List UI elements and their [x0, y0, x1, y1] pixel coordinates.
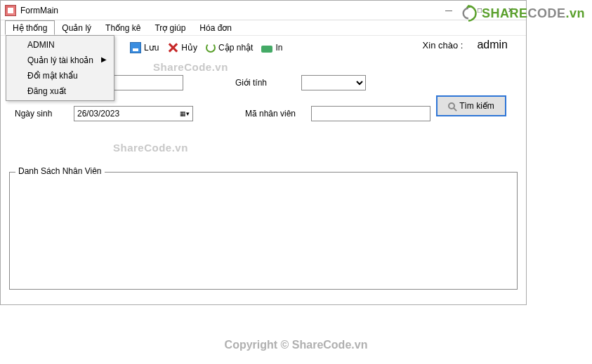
menu-thongke[interactable]: Thống kê	[98, 20, 147, 35]
app-icon	[5, 5, 16, 16]
cancel-label: Hủy	[181, 43, 197, 53]
menu-hethong[interactable]: Hệ thống	[5, 20, 55, 35]
print-label: In	[275, 43, 282, 53]
save-label: Lưu	[144, 43, 159, 53]
empid-label: Mã nhân viên	[245, 109, 301, 119]
groupbox-title: Danh Sách Nhân Viên	[15, 166, 105, 176]
dropdown-label: Quản lý tài khoản	[27, 55, 93, 65]
greeting-label: Xin chào :	[423, 40, 463, 50]
save-icon	[130, 42, 141, 53]
logo-text: SHARECODE.vn	[482, 6, 585, 21]
greeting: Xin chào : admin	[423, 39, 508, 51]
menu-quanly[interactable]: Quản lý	[55, 20, 98, 35]
dropdown-label: Đăng xuất	[27, 86, 66, 96]
cancel-icon	[167, 42, 178, 53]
save-button[interactable]: Lưu	[127, 41, 162, 55]
dob-value: 26/03/2023	[77, 109, 119, 119]
menu-hoadon[interactable]: Hóa đơn	[192, 20, 239, 35]
search-label: Tìm kiếm	[459, 101, 494, 111]
window-title: FormMain	[20, 6, 58, 15]
gender-label: Giới tính	[235, 78, 291, 88]
empid-input[interactable]	[311, 106, 430, 121]
cancel-button[interactable]: Hủy	[164, 41, 200, 55]
titlebar: FormMain ― □ ✕	[1, 1, 526, 20]
search-button[interactable]: Tìm kiếm	[436, 95, 506, 116]
update-label: Cập nhật	[218, 43, 253, 53]
logo-swirl-icon	[459, 4, 478, 22]
dob-label: Ngày sinh	[15, 109, 64, 119]
chevron-right-icon: ▶	[101, 55, 107, 63]
refresh-icon	[206, 43, 216, 53]
dropdown-hethong: ADMIN Quản lý tài khoản▶ Đổi mật khẩu Đă…	[6, 35, 114, 101]
dropdown-label: Đổi mật khẩu	[27, 71, 78, 81]
employee-list-groupbox: Danh Sách Nhân Viên	[9, 172, 518, 290]
search-icon	[448, 102, 455, 109]
dob-datepicker[interactable]: 26/03/2023 ▦▾	[74, 106, 193, 121]
calendar-dropdown-icon[interactable]: ▦▾	[180, 110, 190, 117]
update-button[interactable]: Cập nhật	[203, 41, 256, 54]
greeting-username: admin	[477, 39, 508, 51]
print-button[interactable]: In	[258, 41, 285, 54]
footer-copyright: Copyright © ShareCode.vn	[0, 339, 592, 351]
gender-select[interactable]	[301, 75, 366, 90]
main-window: FormMain ― □ ✕ Hệ thống Quản lý Thống kê…	[0, 0, 527, 305]
dropdown-item-dangxuat[interactable]: Đăng xuất	[8, 83, 112, 99]
print-icon	[261, 46, 272, 53]
dropdown-item-quanlytaikhoan[interactable]: Quản lý tài khoản▶	[8, 53, 112, 68]
dropdown-item-doimatkhau[interactable]: Đổi mật khẩu	[8, 68, 112, 83]
dropdown-item-admin[interactable]: ADMIN	[8, 37, 112, 53]
sharecode-logo: SHARECODE.vn	[459, 4, 585, 22]
dropdown-label: ADMIN	[27, 40, 55, 50]
menu-trogiup[interactable]: Trợ giúp	[147, 20, 192, 35]
menubar: Hệ thống Quản lý Thống kê Trợ giúp Hóa đ…	[1, 20, 526, 36]
